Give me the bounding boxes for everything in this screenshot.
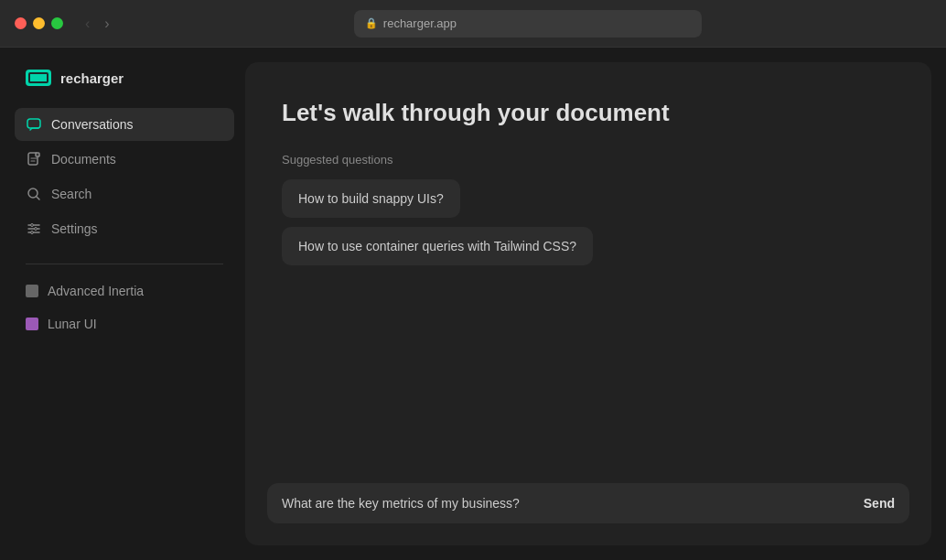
doc-item-lunar-ui[interactable]: Lunar UI bbox=[15, 308, 234, 339]
search-icon bbox=[26, 186, 42, 202]
sidebar-item-search[interactable]: Search bbox=[15, 178, 234, 210]
sidebar: recharger Conversations bbox=[15, 62, 234, 545]
brand-icon bbox=[26, 70, 51, 86]
svg-rect-0 bbox=[27, 119, 40, 128]
settings-icon bbox=[26, 221, 42, 237]
welcome-title: Let's walk through your document bbox=[282, 99, 895, 127]
message-input[interactable] bbox=[282, 496, 853, 511]
lunar-ui-label: Lunar UI bbox=[48, 317, 97, 331]
doc-items: Advanced Inertia Lunar UI bbox=[15, 275, 234, 339]
input-wrapper: Send bbox=[267, 483, 909, 523]
send-button[interactable]: Send bbox=[864, 496, 895, 511]
brand-name: recharger bbox=[60, 70, 124, 86]
traffic-lights bbox=[15, 17, 63, 29]
svg-point-4 bbox=[31, 224, 34, 227]
sidebar-item-documents[interactable]: Documents bbox=[15, 143, 234, 176]
back-arrow[interactable]: ‹ bbox=[81, 15, 93, 33]
sidebar-item-settings[interactable]: Settings bbox=[15, 212, 234, 245]
app-container: recharger Conversations bbox=[0, 48, 946, 560]
url-text: recharger.app bbox=[383, 16, 457, 30]
title-bar: ‹ › 🔒 recharger.app bbox=[0, 0, 946, 48]
conversations-icon bbox=[26, 116, 42, 133]
input-area: Send bbox=[245, 468, 931, 545]
svg-point-5 bbox=[35, 228, 38, 231]
svg-rect-2 bbox=[36, 153, 39, 156]
suggested-label: Suggested questions bbox=[282, 153, 895, 167]
settings-label: Settings bbox=[51, 221, 98, 236]
chat-area: Let's walk through your document Suggest… bbox=[245, 62, 931, 468]
documents-icon bbox=[26, 151, 42, 167]
advanced-inertia-label: Advanced Inertia bbox=[48, 284, 144, 298]
forward-arrow[interactable]: › bbox=[101, 15, 113, 33]
close-button[interactable] bbox=[15, 17, 27, 29]
main-content: Let's walk through your document Suggest… bbox=[245, 62, 931, 545]
lock-icon: 🔒 bbox=[365, 17, 378, 29]
maximize-button[interactable] bbox=[51, 17, 63, 29]
suggestion-buttons: How to build snappy UIs? How to use cont… bbox=[282, 179, 895, 265]
suggestion-1[interactable]: How to build snappy UIs? bbox=[282, 179, 460, 218]
advanced-inertia-icon bbox=[26, 285, 38, 297]
doc-item-advanced-inertia[interactable]: Advanced Inertia bbox=[15, 275, 234, 307]
conversations-label: Conversations bbox=[51, 117, 134, 132]
divider bbox=[26, 264, 223, 264]
minimize-button[interactable] bbox=[33, 17, 45, 29]
documents-label: Documents bbox=[51, 152, 116, 167]
search-label: Search bbox=[51, 187, 91, 201]
lunar-ui-icon bbox=[26, 318, 38, 330]
suggestion-2[interactable]: How to use container queries with Tailwi… bbox=[282, 227, 593, 265]
nav-items: Conversations Documents bbox=[15, 108, 234, 245]
brand: recharger bbox=[15, 62, 234, 104]
nav-arrows: ‹ › bbox=[81, 15, 113, 33]
svg-point-6 bbox=[31, 232, 34, 234]
url-bar[interactable]: 🔒 recharger.app bbox=[354, 10, 702, 38]
sidebar-item-conversations[interactable]: Conversations bbox=[15, 108, 234, 141]
